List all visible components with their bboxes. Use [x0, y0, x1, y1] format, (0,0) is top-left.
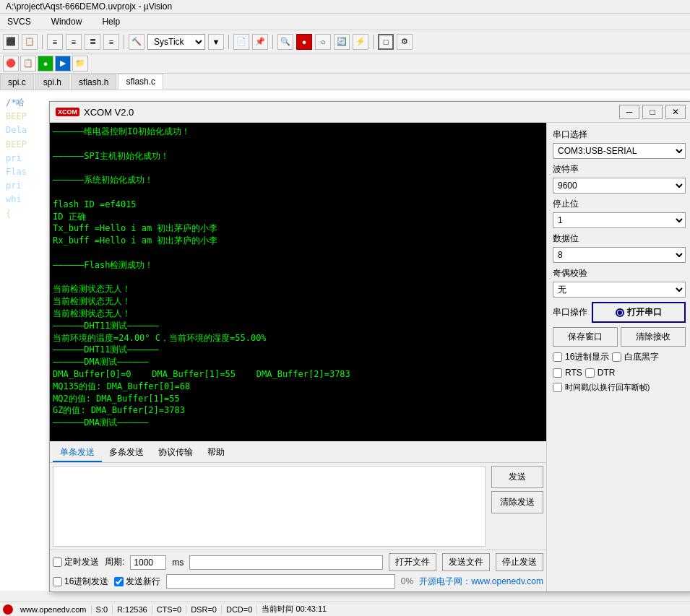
serial-port-select[interactable]: COM3:USB-SERIAL [553, 143, 686, 159]
xcom-close-btn[interactable]: ✕ [665, 105, 686, 119]
stop-bits-field: 停止位 1 [553, 198, 686, 228]
terminal-output[interactable]: ——————维电器控制IO初始化成功！ ——————SPI主机初始化成功！ ——… [50, 123, 546, 441]
progress-value: 0% [401, 576, 413, 586]
menu-window[interactable]: Window [47, 15, 87, 28]
tab-help[interactable]: 帮助 [200, 444, 232, 462]
status-bar: www.openedv.com S:0 R:12536 CTS=0 DSR=0 … [0, 602, 690, 616]
toolbar-btn-paste[interactable]: 📌 [252, 34, 268, 50]
toolbar2-btn-2[interactable]: 📋 [20, 56, 36, 71]
period-input[interactable] [130, 555, 166, 570]
toolbar2-btn-3[interactable]: ● [38, 56, 53, 71]
send-textarea[interactable] [53, 466, 486, 547]
menu-svcs[interactable]: SVCS [3, 15, 35, 28]
xcom-maximize-btn[interactable]: □ [642, 105, 663, 119]
serial-port-field: 串口选择 COM3:USB-SERIAL [553, 129, 686, 159]
timestamp-row: 时间戳(以换行回车断帧) [553, 382, 686, 393]
send-file-btn[interactable]: 发送文件 [442, 553, 490, 571]
toolbar-btn-copy[interactable]: 📄 [233, 34, 249, 50]
send-newline-label[interactable]: 发送新行 [114, 576, 160, 588]
title-bar: A:\project\Aqst-666DEMO.uvprojx - µVisio… [0, 0, 690, 14]
toolbar-btn-flash[interactable]: ⚡ [353, 34, 368, 50]
hex-send-label[interactable]: 16进制发送 [53, 576, 108, 588]
toolbar2-btn-5[interactable]: 📁 [72, 56, 88, 71]
white-bg-label: 白底黑字 [624, 351, 659, 363]
clear-send-button[interactable]: 清除发送 [491, 491, 543, 513]
term-line-5 [53, 186, 543, 199]
xcom-title: XCOM XCOM V2.0 [56, 107, 134, 118]
tab-sflash-c[interactable]: sflash.c [118, 74, 163, 90]
tab-spi-h[interactable]: spi.h [35, 74, 69, 90]
status-r: R:12536 [113, 605, 152, 614]
systick-combo[interactable]: SysTick [147, 34, 205, 50]
term-line-16: ——————DHT11测试—————— [53, 320, 543, 332]
term-line-7: ID 正确 [53, 211, 543, 223]
term-line-10 [53, 247, 543, 259]
toolbar-btn-4[interactable]: ≡ [66, 34, 82, 50]
status-dcd: DCD=0 [222, 605, 257, 614]
toolbar-btn-stop[interactable]: ○ [315, 34, 331, 50]
hex-send-checkbox[interactable] [53, 577, 62, 586]
toolbar-btn-1[interactable]: ⬛ [3, 34, 19, 50]
open-port-btn[interactable]: 打开串口 [592, 302, 686, 323]
website-link[interactable]: 开源电子网：www.openedv.com [419, 576, 543, 588]
term-line-22: MQ2的值: DMA_Buffer[1]=55 [53, 393, 543, 405]
send-side-btns: 发送 清除发送 [488, 463, 546, 550]
send-button[interactable]: 发送 [491, 466, 543, 488]
menu-help[interactable]: Help [98, 15, 124, 28]
data-bits-select[interactable]: 8 [553, 247, 686, 263]
save-window-btn[interactable]: 保存窗口 [553, 327, 618, 347]
open-file-btn[interactable]: 打开文件 [389, 553, 436, 571]
timestamp-checkbox[interactable] [553, 383, 562, 392]
xcom-minimize-btn[interactable]: ─ [619, 105, 639, 119]
timer-send-label[interactable]: 定时发送 [53, 556, 99, 568]
timer-send-checkbox[interactable] [53, 558, 62, 567]
toolbar-dropdown-btn[interactable]: ▼ [208, 34, 224, 50]
rts-checkbox[interactable] [553, 368, 562, 378]
hex-display-checkbox[interactable] [553, 352, 562, 362]
term-line-4: ——————系统初始化成功！ [53, 174, 543, 186]
toolbar-btn-5[interactable]: ≣ [85, 34, 100, 50]
toolbar-btn-run[interactable]: ● [296, 34, 312, 50]
white-bg-checkbox[interactable] [612, 352, 621, 362]
tab-protocol[interactable]: 协议传输 [151, 444, 200, 462]
terminal-area: ——————维电器控制IO初始化成功！ ——————SPI主机初始化成功！ ——… [50, 123, 547, 591]
xcom-body: ——————维电器控制IO初始化成功！ ——————SPI主机初始化成功！ ——… [50, 123, 690, 591]
stop-bits-label: 停止位 [553, 198, 686, 210]
status-website[interactable]: www.openedv.com [16, 605, 92, 614]
stop-send-btn[interactable]: 停止发送 [496, 553, 543, 571]
toolbar-btn-6[interactable]: ≡ [103, 34, 119, 50]
tab-sflash-h[interactable]: sflash.h [71, 74, 116, 90]
stop-bits-select[interactable]: 1 [553, 212, 686, 228]
toolbar2-btn-1[interactable]: 🔴 [3, 56, 19, 71]
term-line-8: Tx_buff =Hello i am 初出茅庐的小李 [53, 222, 543, 235]
hex-display-label: 16进制显示 [565, 351, 609, 363]
toolbar-btn-build[interactable]: 🔨 [129, 34, 145, 50]
term-line-14: 当前检测状态无人！ [53, 295, 543, 308]
status-time: 当前时间 00:43:11 [257, 604, 331, 615]
toolbar-btn-settings[interactable]: ⚙ [397, 34, 413, 50]
toolbar2-btn-4[interactable]: ▶ [55, 56, 71, 71]
tab-bar: spi.c spi.h sflash.h sflash.c [0, 74, 690, 90]
toolbar-btn-3[interactable]: ≡ [47, 34, 63, 50]
right-panel: 串口选择 COM3:USB-SERIAL 波特率 9600 停止位 1 [547, 123, 690, 591]
dtr-checkbox[interactable] [585, 368, 595, 378]
term-line-9: Rx_buff =Hello i am 初出茅庐的小李 [53, 235, 543, 247]
send-content-input2[interactable] [166, 574, 394, 589]
toolbar-btn-debug[interactable]: 🔄 [334, 34, 350, 50]
clear-receive-btn[interactable]: 清除接收 [621, 327, 686, 347]
toolbar-btn-view[interactable]: □ [378, 34, 394, 50]
send-newline-checkbox[interactable] [114, 577, 124, 586]
baud-rate-select[interactable]: 9600 [553, 178, 686, 194]
timestamp-label: 时间戳(以换行回车断帧) [565, 382, 650, 393]
toolbar-btn-2[interactable]: 📋 [22, 34, 38, 50]
send-content-input[interactable] [189, 555, 383, 570]
tab-multi-send[interactable]: 多条发送 [102, 444, 151, 462]
tab-single-send[interactable]: 单条发送 [53, 444, 102, 462]
baud-rate-label: 波特率 [553, 163, 686, 175]
data-bits-field: 数据位 8 [553, 233, 686, 263]
tab-spi-c[interactable]: spi.c [0, 74, 34, 90]
parity-select[interactable]: 无 [553, 282, 686, 298]
term-line-20: DMA_Buffer[0]=0 DMA_Buffer[1]=55 DMA_Buf… [53, 368, 543, 381]
toolbar-btn-search[interactable]: 🔍 [277, 34, 293, 50]
term-line-24: ——————DMA测试—————— [53, 417, 543, 429]
